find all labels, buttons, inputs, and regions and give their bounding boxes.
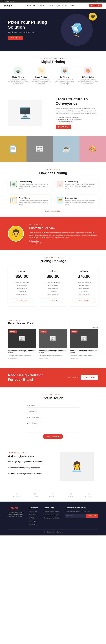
newsletter-submit-button[interactable]: SUBSCRIBE [86, 514, 98, 518]
message-textarea[interactable] [26, 421, 80, 432]
mug-label: mug [71, 34, 83, 37]
submit-button[interactable]: SEND MESSAGE [43, 434, 63, 439]
phone-field-group [26, 415, 80, 420]
email-input[interactable] [26, 409, 80, 414]
brand-item: ◇ MENDEZ [85, 492, 93, 498]
newsletter-form: SUBSCRIBE [65, 514, 98, 518]
phone-input[interactable] [26, 415, 80, 420]
brand-name: Mendez [49, 496, 56, 498]
faq-image: 👩‍💼 [60, 452, 94, 481]
news-all-link[interactable]: All News [92, 327, 98, 328]
faq-image-area: 👩‍💼 [56, 452, 98, 481]
service-card: 🖨️ Banner Printing Lorem ipsum dolor sit… [8, 178, 52, 192]
services-footer-text: No More Wait... [45, 210, 55, 212]
hero-cta-button[interactable]: READ MORE [8, 36, 23, 40]
brand-name: MENDEZ [13, 496, 21, 498]
pricing-plan-name: Business [42, 270, 64, 272]
hero-content: Pixen Your Printing Solution Magnificenc… [8, 20, 53, 40]
pricing-feature: Consectetur adipiscing [11, 281, 33, 284]
pricing-feature: Printing quality [11, 284, 33, 287]
nav-home[interactable]: Home [26, 5, 31, 7]
nav-project[interactable]: Project [55, 5, 60, 7]
footer-logo-text: PIXEN [10, 507, 18, 510]
footer-service-link[interactable]: Brand Printing [29, 514, 37, 516]
twitter-icon[interactable]: t [99, 0, 99, 2]
service-text: Business Card Lorem ipsum dolor sit amet… [65, 197, 96, 206]
services-footer-link[interactable]: click here [55, 210, 61, 212]
pricing-select-button[interactable]: SELECT PLAN [73, 299, 95, 303]
nav-contact[interactable]: Contact [70, 5, 75, 7]
footer-news-link[interactable]: Fermentum metu fringilla [44, 511, 59, 512]
faq-illustration: 👩‍💼 [71, 461, 83, 472]
footer-about: ✦ PIXEN Lorem ipsum dolor sit amet conse… [8, 507, 25, 526]
testimonial-text: Lorem ipsum dolor sit amet consectetur a… [29, 232, 98, 239]
pricing-section-label: Affordable Price [8, 257, 98, 258]
newsletter-input[interactable] [65, 514, 86, 518]
gallery-item: 🎨 [80, 136, 106, 162]
logo-text: PIXEN [4, 4, 12, 7]
nav-services[interactable]: Services [47, 5, 53, 7]
news-desc: Lorem ipsum dolor sit amet consectetur. [70, 355, 98, 357]
testimonial-author: Meltrack Gad [29, 240, 98, 242]
news-meta: 4 reviews below [39, 358, 67, 359]
nav-gallery[interactable]: Gallery [62, 5, 68, 7]
topbar: +1 (800) 480-4050 f t in yt [0, 0, 106, 2]
footer-news-link[interactable]: Fermentum metu fringilla [44, 514, 59, 516]
brand-item: ◇ Mendez [49, 492, 56, 498]
pricing-select-button[interactable]: SELECT PLAN [11, 299, 33, 303]
feature-icon: 🏷️ [38, 67, 45, 74]
gallery-image: ☕ [53, 136, 80, 162]
faq-content: Common Question Asked Questions How can … [8, 452, 50, 481]
news-card: 📰 DIGITAL Fermentum metu fringilla commo… [39, 329, 67, 361]
list-item: Fermentum metu fringilla [44, 514, 61, 516]
list-item: Digital Printing [29, 510, 40, 513]
news-badge: BRAND [71, 330, 78, 332]
pricing-feature: Earling agenda [42, 287, 64, 290]
pricing-card: Business $60.00 Consectetur adipiscingPr… [39, 266, 67, 307]
feature-icon: 🎨 [84, 67, 92, 74]
service-card: 📋 Poster Printing Lorem ipsum dolor sit … [54, 178, 98, 192]
brand-item: ◇ MENDEZ [67, 492, 74, 498]
name-input[interactable] [26, 403, 80, 408]
about-desc: Lorem ipsum dolor sit amet consectetur a… [56, 108, 98, 114]
nav-about[interactable]: About [33, 5, 37, 7]
get-quote-button[interactable]: GET QUOTE [89, 4, 102, 7]
list-item: 3D Printing [29, 517, 40, 519]
footer-logo: ✦ PIXEN [8, 507, 25, 510]
site-logo[interactable]: PIXEN [4, 4, 12, 7]
hero-accent: 🖤 [89, 12, 97, 20]
pricing-card: Premium $70.00 Consectetur adipiscingPri… [70, 266, 98, 307]
service-title: Banner Printing [19, 181, 49, 183]
testimonial-title: Customer Feeback [29, 226, 98, 230]
footer-service-link[interactable]: Digital Printing [29, 511, 37, 512]
brand-icon: ◇ [85, 492, 93, 495]
facebook-icon[interactable]: f [98, 0, 98, 2]
pricing-select-button[interactable]: SELECT PLAN [42, 299, 64, 303]
pricing-features-list: Consectetur adipiscingPrinting qualityEa… [42, 281, 64, 296]
about-content: From Structure To Conveyance Lorem ipsum… [56, 97, 98, 129]
footer-news-link[interactable]: Fermentum metu fringilla [44, 517, 59, 519]
list-item: Offset Printing [29, 520, 40, 522]
service-text: Poster Printing Lorem ipsum dolor sit am… [65, 181, 96, 189]
faq-items: How can get my print job once it is fini… [8, 461, 50, 477]
about-read-more-button[interactable]: READ MORE [56, 125, 70, 129]
cta-contact-button[interactable]: CONTACT US [80, 375, 98, 380]
youtube-icon[interactable]: yt [102, 0, 103, 2]
footer-service-link[interactable]: 3D Printing [29, 517, 36, 519]
footer-service-link[interactable]: Banner Printing [29, 524, 38, 525]
feature-title: Digital Printing [8, 76, 28, 78]
footer-service-link[interactable]: Offset Printing [29, 520, 37, 522]
linkedin-icon[interactable]: in [100, 0, 101, 2]
nav-pages[interactable]: Pages [40, 5, 44, 7]
faq-label: Common Question [8, 452, 50, 454]
contact-title: Get In Touch [8, 396, 98, 400]
pricing-section-title: Pricing Package [8, 259, 98, 263]
news-title: Fermentum metu fringilla commodo arenas [8, 350, 36, 354]
pricing-feature: Printing quality [42, 284, 64, 287]
news-card: 📰 PRINTING Fermentum metu fringilla comm… [8, 329, 36, 361]
service-card: 📄 Flyer Printing Lorem ipsum dolor sit a… [8, 194, 52, 208]
list-item: Fermentum metu fringilla [44, 517, 61, 519]
features-section-title: Digital Printing [8, 60, 98, 64]
faq-section: Common Question Asked Questions How can … [0, 445, 106, 488]
brands-section: ◇ MENDEZ ◈ ALINYA ◇ Mendez ◇ MENDEZ ◇ ME… [0, 488, 106, 502]
